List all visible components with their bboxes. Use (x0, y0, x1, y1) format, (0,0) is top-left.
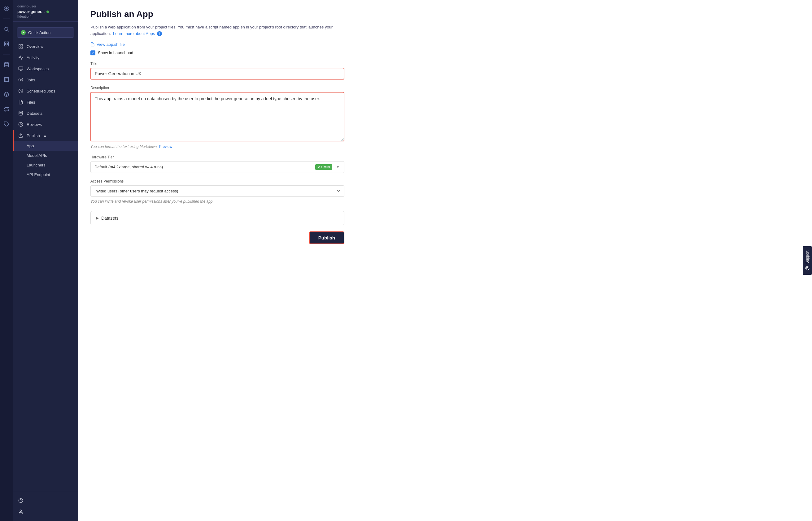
logo-icon[interactable] (2, 4, 11, 13)
svg-point-1 (5, 7, 7, 9)
svg-rect-15 (21, 47, 23, 48)
sidebar-item-activity[interactable]: Activity (13, 52, 78, 63)
sidebar-tag: [Ideation] (17, 15, 74, 18)
view-file-label: View app.sh file (97, 42, 125, 47)
preview-link[interactable]: Preview (159, 144, 172, 149)
svg-rect-13 (21, 45, 23, 46)
help-circle-icon: ? (157, 31, 162, 36)
reviews-icon (18, 121, 24, 127)
project-name: power-gener... (17, 9, 45, 14)
description-textarea[interactable]: This app trains a model on data chosen b… (90, 92, 344, 141)
datasets-label: Datasets (101, 216, 118, 221)
sidebar: domino-user power-gener... [Ideation] Qu… (13, 0, 78, 521)
show-launchpad-checkbox[interactable] (90, 50, 95, 55)
quick-action-label: Quick Action (28, 30, 50, 35)
projects-icon[interactable] (2, 75, 11, 84)
datasets-section: ▶ Datasets (90, 211, 344, 225)
show-launchpad-row: Show in Launchpad (90, 50, 799, 55)
sidebar-item-scheduled-jobs[interactable]: Scheduled Jobs (13, 85, 78, 96)
svg-point-19 (20, 79, 21, 81)
description-label: Description (90, 86, 799, 90)
title-input[interactable] (90, 68, 344, 80)
markdown-hint: You can format the text using Markdown P… (90, 144, 799, 149)
hardware-tier-value: Default (m4.2xlarge, shared w/ 4 runs) (94, 165, 312, 169)
svg-rect-14 (19, 47, 20, 48)
app-label: App (27, 143, 34, 148)
transfer-icon[interactable] (2, 105, 11, 114)
workspaces-icon (18, 66, 24, 71)
hardware-time-badge: < 1 MIN (315, 164, 332, 170)
svg-rect-5 (7, 42, 9, 43)
publish-button[interactable]: Publish (309, 231, 344, 244)
svg-point-29 (807, 268, 808, 269)
project-status-dot (46, 10, 49, 13)
user-avatar-icon (18, 509, 24, 515)
publish-chevron: ▲ (43, 133, 47, 138)
launchers-label: Launchers (27, 163, 45, 167)
play-icon (21, 30, 26, 35)
sidebar-subitem-launchers[interactable]: Launchers (13, 160, 78, 170)
svg-point-22 (19, 122, 23, 126)
access-hint: You can invite and revoke user permissio… (90, 199, 799, 204)
page-description: Publish a web application from your proj… (90, 24, 344, 37)
model-apis-label: Model APIs (27, 153, 47, 158)
hardware-tier-row[interactable]: Default (m4.2xlarge, shared w/ 4 runs) <… (90, 161, 344, 173)
sidebar-item-reviews[interactable]: Reviews (13, 119, 78, 130)
support-button[interactable]: Support (803, 246, 812, 275)
activity-icon (18, 55, 24, 60)
workspaces-label: Workspaces (27, 67, 49, 71)
support-label: Support (805, 251, 810, 264)
files-icon (18, 99, 24, 105)
overview-icon (18, 44, 24, 49)
hardware-tier-label: Hardware Tier (90, 155, 799, 159)
sidebar-item-publish[interactable]: Publish ▲ (13, 130, 78, 141)
sidebar-item-overview[interactable]: Overview (13, 41, 78, 52)
datasets-header[interactable]: ▶ Datasets (91, 211, 344, 225)
hardware-tier-section: Hardware Tier Default (m4.2xlarge, share… (90, 155, 799, 173)
svg-point-8 (4, 63, 9, 64)
divider (3, 19, 10, 19)
file-link-icon (90, 42, 95, 46)
svg-line-3 (7, 30, 9, 31)
tag-icon[interactable] (2, 119, 11, 129)
sidebar-project: power-gener... (17, 9, 74, 14)
database-icon[interactable] (2, 60, 11, 69)
view-app-sh-link[interactable]: View app.sh file (90, 42, 799, 47)
svg-rect-4 (4, 42, 6, 43)
sidebar-item-workspaces[interactable]: Workspaces (13, 63, 78, 74)
jobs-icon (18, 77, 24, 83)
icon-strip (0, 0, 13, 521)
scheduled-jobs-icon (18, 88, 24, 94)
grid-icon[interactable] (2, 39, 11, 49)
sidebar-subitem-app[interactable]: App (13, 141, 78, 151)
sidebar-item-files[interactable]: Files (13, 96, 78, 108)
reviews-label: Reviews (27, 122, 42, 127)
svg-rect-12 (19, 45, 20, 46)
activity-label: Activity (27, 55, 39, 60)
svg-rect-7 (7, 45, 9, 46)
sidebar-subitem-api-endpoint[interactable]: API Endpoint (13, 170, 78, 179)
sidebar-subitem-model-apis[interactable]: Model APIs (13, 151, 78, 160)
access-permissions-label: Access Permissions (90, 179, 799, 183)
learn-more-link[interactable]: Learn more about Apps (113, 31, 155, 36)
search-icon[interactable] (2, 24, 11, 34)
svg-rect-6 (4, 45, 6, 46)
datasets-chevron-icon: ▶ (96, 216, 99, 220)
quick-action-button[interactable]: Quick Action (17, 27, 74, 38)
hardware-chevron-icon: ▾ (335, 165, 340, 169)
sidebar-item-user-profile[interactable] (13, 506, 78, 517)
nav-section: Quick Action Overview (13, 22, 78, 491)
sidebar-item-jobs[interactable]: Jobs (13, 74, 78, 85)
page-title: Publish an App (90, 9, 799, 19)
svg-rect-16 (19, 67, 23, 70)
access-permissions-section: Access Permissions Invited users (other … (90, 179, 799, 204)
access-permissions-select[interactable]: Invited users (other users may request a… (90, 185, 344, 197)
sidebar-item-help[interactable] (13, 495, 78, 506)
svg-point-21 (19, 111, 23, 112)
jobs-label: Jobs (27, 78, 35, 82)
svg-point-27 (20, 510, 21, 512)
sidebar-item-datasets[interactable]: Datasets (13, 108, 78, 119)
overview-label: Overview (27, 44, 43, 49)
layers-icon[interactable] (2, 90, 11, 99)
svg-point-2 (5, 27, 8, 31)
